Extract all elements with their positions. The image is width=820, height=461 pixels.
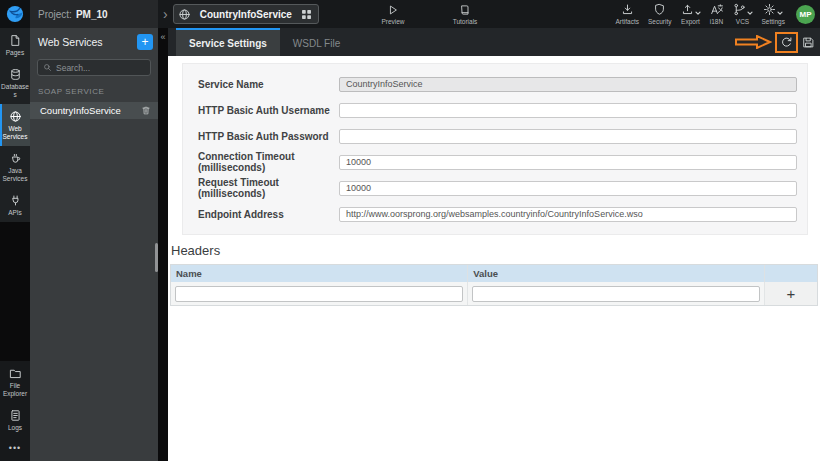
sidebar-item-label: Java Services	[2, 167, 28, 183]
shield-icon	[653, 3, 666, 16]
panel-divider-strip: «	[158, 28, 168, 461]
headers-table: Name Value +	[170, 264, 818, 306]
settings-label: Settings	[762, 18, 786, 25]
sidebar-item-apis[interactable]: APIs	[0, 188, 30, 222]
annotation-arrow	[734, 35, 772, 49]
panel-title: Web Services	[38, 36, 137, 48]
sidebar-item-java-services[interactable]: Java Services	[0, 146, 30, 188]
field-label: Endpoint Address	[198, 209, 339, 220]
save-service-button[interactable]	[801, 35, 816, 50]
headers-table-head: Name Value	[171, 265, 817, 282]
sidebar-item-file-explorer[interactable]: File Explorer	[0, 361, 30, 403]
service-breadcrumb-chip[interactable]: CountryInfoService	[173, 4, 319, 24]
form-row-auth-username: HTTP Basic Auth Username	[198, 97, 797, 123]
service-list-item[interactable]: CountryInfoService	[30, 102, 158, 119]
wavemaker-logo-icon	[6, 5, 24, 23]
sidebar-item-label: Web Services	[2, 125, 28, 141]
header-value-input[interactable]	[472, 286, 760, 302]
endpoint-address-field[interactable]	[339, 207, 797, 222]
headers-title: Headers	[171, 243, 818, 258]
left-nav-rail: Pages Databases Web Services Java Servic…	[0, 28, 30, 461]
reload-service-button[interactable]	[775, 32, 798, 53]
sidebar-item-databases[interactable]: Databases	[0, 62, 30, 104]
preview-button[interactable]: Preview	[374, 0, 412, 28]
chevron-down-icon	[747, 11, 753, 16]
security-button[interactable]: Security	[648, 0, 671, 28]
grid-icon[interactable]	[301, 9, 312, 20]
topbar-center-actions: Preview Tutorials	[374, 0, 484, 28]
form-row-connection-timeout: Connection Timeout (milliseconds)	[198, 149, 797, 175]
folder-icon	[9, 367, 22, 380]
add-header-button[interactable]: +	[787, 286, 796, 301]
api-plug-icon	[9, 194, 22, 207]
column-header-actions	[764, 265, 817, 282]
vcs-label: VCS	[736, 18, 749, 25]
service-name-label: CountryInfoService	[40, 105, 141, 116]
form-row-endpoint-address: Endpoint Address	[198, 201, 797, 227]
chevron-down-icon	[777, 11, 783, 16]
search-input[interactable]	[56, 63, 145, 73]
log-document-icon	[9, 409, 22, 422]
coffee-cup-icon	[9, 152, 22, 165]
auth-password-field[interactable]	[339, 129, 797, 144]
i18n-button[interactable]: i18N	[710, 0, 724, 28]
web-services-panel: Web Services + SOAP SERVICE CountryInfoS…	[30, 28, 158, 461]
sidebar-item-pages[interactable]: Pages	[0, 28, 30, 62]
security-label: Security	[648, 18, 671, 25]
app-logo[interactable]	[0, 0, 30, 28]
tab-service-settings[interactable]: Service Settings	[176, 28, 280, 56]
header-name-input[interactable]	[175, 286, 463, 302]
gear-icon	[763, 3, 776, 16]
database-icon	[9, 68, 22, 81]
export-button[interactable]: Export	[681, 0, 701, 28]
field-label: HTTP Basic Auth Username	[198, 105, 339, 116]
more-options-button[interactable]: •••	[0, 437, 30, 461]
sidebar-item-label: Pages	[6, 49, 24, 57]
sidebar-item-label: Logs	[8, 424, 22, 432]
rail-top-group: Pages Databases Web Services Java Servic…	[0, 28, 30, 222]
add-service-button[interactable]: +	[137, 34, 153, 50]
artifacts-label: Artifacts	[616, 18, 639, 25]
i18n-label: i18N	[710, 18, 723, 25]
column-header-name: Name	[171, 265, 468, 282]
connection-timeout-field[interactable]	[339, 155, 797, 170]
field-label: Request Timeout (milliseconds)	[198, 177, 339, 199]
artifacts-button[interactable]: Artifacts	[616, 0, 639, 28]
tab-wsdl-file[interactable]: WSDL File	[280, 28, 353, 56]
form-row-request-timeout: Request Timeout (milliseconds)	[198, 175, 797, 201]
collapse-panel-button[interactable]: «	[158, 30, 168, 45]
sidebar-item-label: File Explorer	[2, 382, 28, 398]
play-icon	[387, 4, 399, 16]
book-icon	[459, 4, 471, 16]
save-floppy-icon	[802, 36, 815, 49]
refresh-icon	[780, 36, 793, 49]
export-label: Export	[681, 18, 700, 25]
field-label: Service Name	[198, 79, 339, 90]
panel-scrollbar[interactable]	[155, 243, 158, 272]
rail-bottom-group: File Explorer Logs •••	[0, 361, 30, 461]
main-content: Service Settings WSDL File Service Name	[168, 28, 820, 461]
rail-spacer	[0, 222, 30, 361]
branch-icon	[733, 3, 746, 16]
headers-table-row: +	[171, 282, 817, 305]
sidebar-item-logs[interactable]: Logs	[0, 403, 30, 437]
preview-label: Preview	[381, 18, 404, 25]
service-chip-label: CountryInfoService	[196, 9, 301, 20]
field-label: Connection Timeout (milliseconds)	[198, 151, 339, 173]
field-label: HTTP Basic Auth Password	[198, 131, 339, 142]
download-icon	[621, 3, 634, 16]
globe-icon	[9, 110, 22, 123]
settings-button[interactable]: Settings	[762, 0, 786, 28]
auth-username-field[interactable]	[339, 103, 797, 118]
column-header-value: Value	[468, 268, 764, 279]
project-label: Project:	[38, 9, 72, 20]
panel-header: Web Services +	[30, 28, 158, 55]
sidebar-item-web-services[interactable]: Web Services	[0, 104, 30, 146]
request-timeout-field[interactable]	[339, 181, 797, 196]
tutorials-button[interactable]: Tutorials	[446, 0, 484, 28]
trash-icon[interactable]	[141, 105, 151, 116]
service-name-field	[339, 77, 797, 92]
form-row-service-name: Service Name	[198, 71, 797, 97]
vcs-button[interactable]: VCS	[733, 0, 753, 28]
user-avatar[interactable]: MP	[796, 5, 815, 24]
